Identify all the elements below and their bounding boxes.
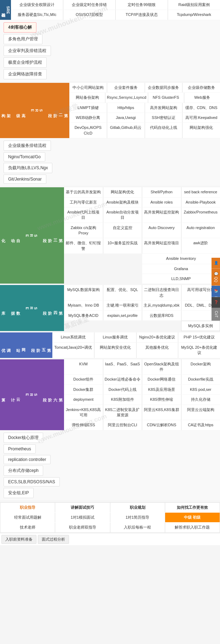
qa-icon: ❓: [214, 300, 218, 304]
stage5-label: 第五阶段网站调优: [0, 332, 52, 358]
s6-r1c4: Docker架构: [181, 359, 220, 375]
cta-col2-header: 讲解面试技巧: [55, 503, 110, 512]
cta-r3c2: 职业老师双指导: [55, 523, 110, 532]
s6-r6c2: 阿里云控制台CLI: [103, 420, 142, 430]
s4-r3c3: 云数据库RDS: [142, 311, 181, 320]
rfb-cot[interactable]: CoT: [212, 308, 220, 321]
s3-r3c2: Ansible自动分发项目: [103, 207, 142, 223]
s1-e1: 多角色用户管理: [4, 34, 42, 44]
s2-r2c3: NFS GlusterFS: [148, 93, 184, 102]
s4-r1c3: 二进制日志慢查询日志: [142, 285, 181, 300]
s2-r3c2: Http/https: [107, 103, 145, 113]
cta-col4-header: 如何找工作更有效: [165, 503, 220, 512]
s6-r3c1: Docker集群: [64, 385, 103, 394]
s6-r6c4: CA证书及https: [181, 420, 220, 430]
s6-r4c4: 持久化存储: [181, 395, 220, 404]
s6-e4: 分布式存储ceph: [4, 466, 43, 476]
s3-r2c3: Ansible roles: [142, 198, 181, 207]
online-service-icon: 👤: [214, 261, 218, 265]
s1-r1c3: 定时任务99细致: [116, 0, 168, 10]
cta-col1-header: 职业指导: [0, 503, 55, 512]
s3-r1c4: sed back reference: [181, 187, 220, 197]
s5-r1c1: Linux系统调优: [52, 332, 94, 342]
cta-r3c3: 入职后每栋一程: [110, 523, 165, 532]
s2-r1c4: 企业级存储数务: [183, 83, 220, 92]
s1-e4: 企业网络故障排查: [4, 69, 47, 79]
rfb-qa[interactable]: ❓ 有问必答: [212, 297, 220, 308]
bottom-tags: 入职前资料准备 面式过程分析: [0, 534, 220, 545]
s6-r3c2: Docker代码上线: [103, 385, 142, 394]
s4-mysql-multi: MySQL多实例: [181, 321, 220, 331]
s6-r6c1: 弹性伸缩ESS: [64, 420, 103, 430]
s2-e4: Git/Jenkins/Sonar: [4, 175, 46, 184]
s2-r1c3: 企业数据同步服务: [145, 83, 183, 92]
s6-e2: Prometheus: [4, 444, 36, 454]
stage1-content: 企业级安全权限设计 企业级定时任务排错 定时任务99细致 Raid级别应用案例 …: [11, 0, 220, 20]
s2-r5c2: Gitlab,Github,码云: [107, 123, 145, 138]
s1-e3: 极度企业维护流程: [4, 57, 47, 68]
s6-r2c3: Docker网络通信: [142, 375, 181, 384]
cot-label: CoT: [214, 311, 218, 318]
s3-r4c4: Auto registration: [181, 223, 220, 238]
s6-r5c2: K8S二进制安装及扩展资源: [103, 405, 142, 420]
s3-r3c4: Zabbix/Prometheus: [181, 207, 220, 223]
cta-section: 职业指导 讲解面试技巧 职业规划 如何找工作更有效 经常面试用题解 1对1模拟面…: [0, 502, 220, 533]
stage3-label: 第三阶段SRE自动化: [0, 187, 64, 284]
stage6-content: KVM IaaS、PaaS、SaaS OpenStack架构及组件 Docker…: [64, 359, 220, 430]
bottom-tag-1: 入职前资料准备: [1, 535, 36, 544]
stage1-section: SRE基础 企业级安全权限设计 企业级定时任务排错 定时任务99细致 Raid级…: [0, 0, 220, 20]
cta-r2c1: 经常面试用题解: [0, 513, 55, 522]
s3-r1c2: 网站架构优化: [103, 187, 142, 197]
s6-e5: ECS,SLB,RDSOSS/NAS: [4, 477, 60, 486]
s2-e2: Nginx/Tomcat/Go: [4, 152, 45, 161]
s1-extra-title: 4剑客核心解: [4, 22, 36, 33]
s4-r1c2: 配置、优化、SQL: [103, 285, 142, 300]
cta-r2c3: 1对1简历指导: [110, 513, 165, 522]
s4-r2c3: 主从,mysqldump,xbk: [142, 301, 181, 310]
s6-r3c3: K8S及应用场景: [142, 385, 181, 394]
s1-r2c1: 服务器硬盘SIc,TIc,MIc: [11, 10, 63, 19]
cta-col3-header: 职业规划: [110, 503, 165, 512]
rfb-study[interactable]: 📚 在线学习: [212, 286, 220, 297]
s2-r4c2: Java,Uwsgi: [107, 113, 145, 122]
s3-r4c3: Auto Discovery: [142, 223, 181, 238]
s6-e3: replication controller: [4, 455, 51, 464]
s3-r4c1: Zabbix c/s架构 Proxy: [64, 223, 103, 238]
s6-r1c2: IaaS、PaaS、SaaS: [103, 359, 142, 375]
s2-r3c3: 高并发网站架构: [145, 103, 183, 113]
s6-r2c4: Dockerfile实战: [181, 375, 220, 384]
stage2-label-text: 第二阶段SRE高级架构: [1, 109, 69, 112]
s5-r1c3: Nginx20+条优化建议: [137, 332, 178, 342]
stage3-content: 基于云的高并发架构 网站架构优化 Shell/Python sed back r…: [64, 187, 220, 284]
s4-r3c1: MySQL事务ACID: [64, 311, 103, 320]
stage2-extra: 企业级服务排错流程 Nginx/Tomcat/Go 负载均衡LB,LVS,Ngx…: [0, 138, 220, 186]
s6-r6c3: CDN/云解析DNS: [142, 420, 181, 430]
s3-r2c2: Ansible架构及模块: [103, 198, 142, 207]
stage1-label: SRE基础: [0, 0, 11, 20]
stage6-section: 第六阶段SRE云计算 KVM IaaS、PaaS、SaaS OpenStack架…: [0, 359, 220, 430]
s3-r2c4: Ansible-Playbook: [181, 198, 220, 207]
s3-r5c1: 邮件、微信、钉钉报警: [64, 238, 103, 253]
stage6-label: 第六阶段SRE云计算: [0, 359, 64, 430]
s3-r1c3: Shell/Python: [142, 187, 181, 197]
qq-icon: 💬: [214, 272, 218, 276]
s3-extra2: Grafana: [142, 264, 220, 274]
stage6-label-text: 第六阶段SRE云计算: [1, 393, 63, 396]
s6-r4c3: K8S弹性伸缩: [142, 395, 181, 404]
s6-r1c3: OpenStack架构及组件: [142, 359, 181, 375]
s6-r5c4: 阿里云云端架构: [181, 405, 220, 420]
s2-r5c3: 代码自动化上线: [145, 123, 183, 138]
s4-r2c1: Myisam、Inno DB: [64, 301, 103, 310]
rfb-qq[interactable]: 💬 QQ群: [212, 269, 220, 285]
rfb-online-service[interactable]: 👤 在线客服: [212, 258, 220, 269]
s3-r5c4: awk进阶: [181, 238, 220, 253]
s2-r4c3: SSH密钥认证: [145, 113, 183, 122]
stage6-extra: Docker核心原理 Prometheus replication contro…: [0, 431, 220, 500]
s3-r5c3: 高并发网站监控项目: [142, 238, 181, 253]
stage2-label: 第二阶段SRE高级架构: [0, 83, 69, 138]
s1-r2c2: OSI/SO7层模型: [63, 10, 115, 19]
s2-r3c1: LNMPT插键: [69, 103, 107, 113]
stage1-extra: 4剑客核心解 多角色用户管理 企业审判及排错流程 极度企业维护流程 企业网络故障…: [0, 20, 220, 81]
stage4-content: MySQL数据库架构 配置、优化、SQL 二进制日志慢查询日志 高可用读写分离 …: [64, 285, 220, 331]
cta-r2c4-highlight[interactable]: 中级 初级: [165, 513, 220, 522]
